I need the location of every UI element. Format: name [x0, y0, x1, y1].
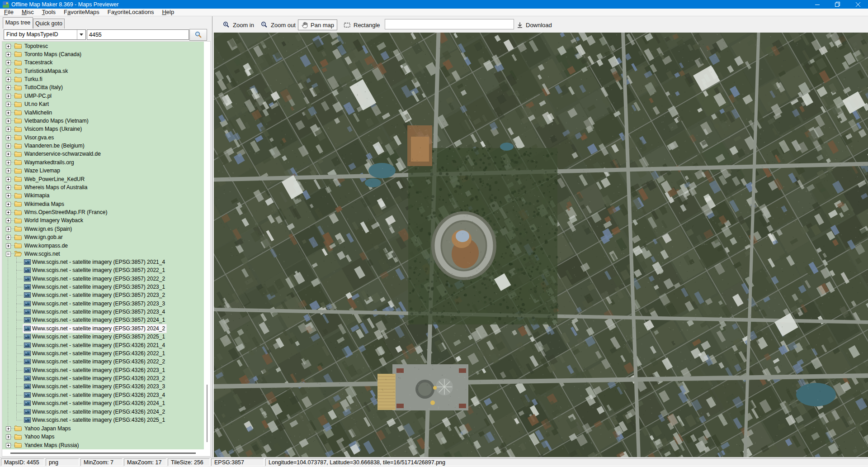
tree-map-row[interactable]: Www.scgis.net - satellite imagery (EPSG:… — [2, 316, 204, 324]
tree-map-row[interactable]: Www.scgis.net - satellite imagery (EPSG:… — [2, 399, 204, 407]
tree-folder-row[interactable]: Visicom Maps (Ukraine) — [2, 125, 204, 133]
zoom-in-button[interactable]: Zoom in — [220, 19, 257, 30]
expand-icon[interactable] — [6, 110, 11, 115]
expand-icon[interactable] — [6, 177, 11, 182]
toolbar-text-input[interactable] — [385, 19, 514, 29]
tree-folder-row[interactable]: Yandex Maps (Russia) — [2, 441, 204, 449]
tree-folder-row[interactable]: Vlaanderen.be (Belgium) — [2, 142, 204, 150]
tree-folder-row[interactable]: Yahoo Japan Maps — [2, 424, 204, 432]
expand-icon[interactable] — [6, 143, 11, 148]
expand-icon[interactable] — [6, 77, 11, 82]
map-viewport[interactable] — [214, 33, 868, 457]
tree-folder-row[interactable]: Wikimapia — [2, 191, 204, 200]
tree-map-row[interactable]: Www.scgis.net - satellite imagery (EPSG:… — [2, 341, 204, 349]
tree-map-row[interactable]: Www.scgis.net - satellite imagery (EPSG:… — [2, 258, 204, 266]
expand-icon[interactable] — [6, 60, 11, 65]
tree-horizontal-scrollbar-thumb[interactable] — [10, 453, 196, 454]
menu-help[interactable]: Help — [158, 9, 178, 16]
tree-folder-row[interactable]: Waymarkedtrails.org — [2, 158, 204, 166]
tree-map-row[interactable]: Www.scgis.net - satellite imagery (EPSG:… — [2, 408, 204, 416]
expand-icon[interactable] — [6, 69, 11, 74]
zoom-out-button[interactable]: Zoom out — [258, 19, 298, 30]
tree-map-row[interactable]: Www.scgis.net - satellite imagery (EPSG:… — [2, 391, 204, 399]
tree-folder-row[interactable]: Toronto Maps (Canada) — [2, 50, 204, 58]
tree-folder-row[interactable]: Wikimedia Maps — [2, 200, 204, 208]
tree-map-row[interactable]: Www.scgis.net - satellite imagery (EPSG:… — [2, 333, 204, 341]
tree-folder-row[interactable]: Vietbando Maps (Vietnam) — [2, 116, 204, 124]
tree-map-row[interactable]: Www.scgis.net - satellite imagery (EPSG:… — [2, 349, 204, 357]
search-button[interactable] — [189, 29, 207, 41]
tree-folder-row[interactable]: Ut.no Kart — [2, 100, 204, 108]
tree-map-row[interactable]: Www.scgis.net - satellite imagery (EPSG:… — [2, 324, 204, 333]
minimize-button[interactable] — [807, 0, 827, 9]
tree-map-row[interactable]: Www.scgis.net - satellite imagery (EPSG:… — [2, 275, 204, 283]
expand-icon[interactable] — [6, 168, 11, 173]
expand-icon[interactable] — [6, 443, 11, 448]
expand-icon[interactable] — [6, 85, 11, 90]
expand-icon[interactable] — [6, 160, 11, 165]
tree-map-row[interactable]: Www.scgis.net - satellite imagery (EPSG:… — [2, 416, 204, 424]
expand-icon[interactable] — [6, 227, 11, 232]
restore-button[interactable] — [827, 0, 848, 9]
expand-icon[interactable] — [6, 193, 11, 198]
expand-icon[interactable] — [6, 202, 11, 207]
expand-icon[interactable] — [6, 185, 11, 190]
find-by-dropdown[interactable]: Find by MapsTypeID — [4, 29, 86, 40]
expand-icon[interactable] — [6, 218, 11, 223]
tree-map-row[interactable]: Www.scgis.net - satellite imagery (EPSG:… — [2, 374, 204, 382]
expand-icon[interactable] — [6, 243, 11, 248]
tab-quick-goto[interactable]: Quick goto — [33, 19, 65, 29]
tree-map-row[interactable]: Www.scgis.net - satellite imagery (EPSG:… — [2, 366, 204, 374]
expand-icon[interactable] — [6, 52, 11, 57]
tree-folder-row[interactable]: Www.kompass.de — [2, 241, 204, 249]
expand-icon[interactable] — [6, 102, 11, 107]
tree-folder-row[interactable]: UMP-PC.pl — [2, 91, 204, 100]
tree-map-row[interactable]: Www.scgis.net - satellite imagery (EPSG:… — [2, 357, 204, 366]
menu-favoritelocations[interactable]: FavoriteLocations — [104, 9, 158, 16]
tree-map-row[interactable]: Www.scgis.net - satellite imagery (EPSG:… — [2, 283, 204, 291]
tree-map-row[interactable]: Www.scgis.net - satellite imagery (EPSG:… — [2, 308, 204, 316]
menu-tools[interactable]: Tools — [38, 9, 60, 16]
menu-file[interactable]: File — [0, 9, 18, 16]
rectangle-button[interactable]: Rectangle — [341, 19, 383, 30]
tree-map-row[interactable]: Www.scgis.net - satellite imagery (EPSG:… — [2, 382, 204, 391]
search-input[interactable] — [87, 29, 189, 40]
tree-folder-row[interactable]: Www.ign.gob.ar — [2, 233, 204, 241]
tree-folder-row[interactable]: World Imagery Wayback — [2, 216, 204, 224]
tree-folder-row[interactable]: Web_PowerLine_KedUR — [2, 175, 204, 183]
close-button[interactable] — [848, 0, 868, 9]
expand-icon[interactable] — [6, 210, 11, 215]
expand-icon[interactable] — [6, 426, 11, 431]
tree-folder-row[interactable]: Tracestrack — [2, 58, 204, 67]
menu-favoritemaps[interactable]: FavoriteMaps — [60, 9, 104, 16]
tree-folder-row[interactable]: Turku.fi — [2, 75, 204, 83]
expand-icon[interactable] — [6, 94, 11, 99]
tree-map-row[interactable]: Www.scgis.net - satellite imagery (EPSG:… — [2, 291, 204, 299]
tree-folder-row[interactable]: Whereis Maps of Australia — [2, 183, 204, 191]
expand-icon[interactable] — [6, 235, 11, 240]
expand-icon[interactable] — [6, 152, 11, 157]
menu-misc[interactable]: Misc — [18, 9, 38, 16]
tree-folder-row[interactable]: Yahoo Maps — [2, 433, 204, 441]
tree-vertical-scrollbar-thumb[interactable] — [207, 385, 208, 442]
collapse-icon[interactable] — [6, 252, 11, 257]
expand-icon[interactable] — [6, 127, 11, 132]
tree-folder-row[interactable]: TuristickaMapa.sk — [2, 67, 204, 75]
tree-map-row[interactable]: Www.scgis.net - satellite imagery (EPSG:… — [2, 300, 204, 308]
tree-folder-row[interactable]: Wms.OpenStreetMap.FR (France) — [2, 208, 204, 216]
expand-icon[interactable] — [6, 44, 11, 49]
tab-maps-tree[interactable]: Maps tree — [3, 17, 33, 29]
tree-folder-row[interactable]: Topotresc — [2, 42, 204, 50]
expand-icon[interactable] — [6, 434, 11, 439]
tree-folder-row[interactable]: Wanderservice-schwarzwald.de — [2, 150, 204, 158]
tree-folder-row[interactable]: ViaMichelin — [2, 108, 204, 116]
download-button[interactable]: Download — [514, 19, 555, 30]
tree-folder-row[interactable]: Www.scgis.net — [2, 249, 204, 257]
tree-folder-row[interactable]: TuttoCitta (Italy) — [2, 83, 204, 91]
tree-folder-row[interactable]: Www.ign.es (Spain) — [2, 224, 204, 233]
expand-icon[interactable] — [6, 135, 11, 140]
expand-icon[interactable] — [6, 119, 11, 124]
pan-map-button[interactable]: Pan map — [298, 19, 337, 30]
tree-folder-row[interactable]: Visor.gva.es — [2, 133, 204, 141]
tree-folder-row[interactable]: Waze Livemap — [2, 167, 204, 175]
